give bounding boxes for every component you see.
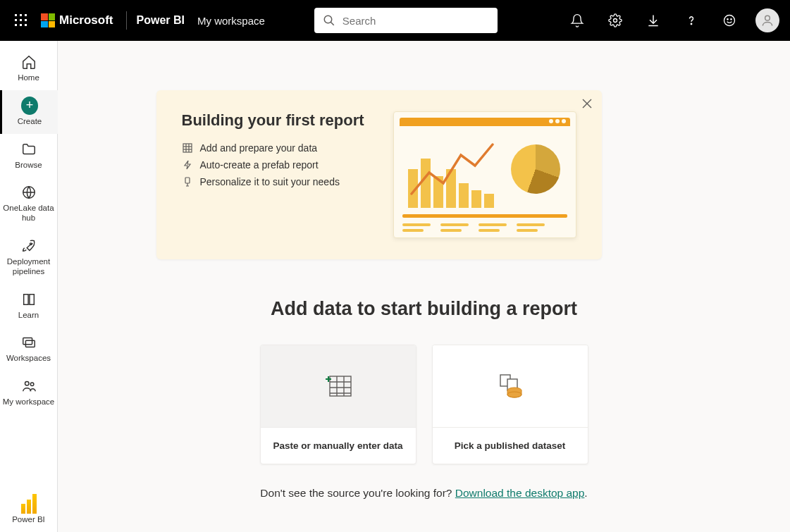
app-header: Microsoft Power BI My workspace — [0, 0, 790, 41]
svg-rect-3 — [15, 19, 17, 21]
waffle-icon — [15, 14, 27, 27]
download-icon — [646, 13, 660, 27]
footer-period: . — [584, 487, 587, 499]
nav-home[interactable]: Home — [0, 47, 58, 90]
nav-onelake[interactable]: OneLake data hub — [0, 177, 58, 230]
notifications-button[interactable] — [563, 6, 591, 35]
card-published-dataset[interactable]: Pick a published dataset — [432, 345, 588, 464]
table-icon — [182, 142, 193, 154]
download-desktop-link[interactable]: Download the desktop app — [455, 487, 585, 499]
svg-rect-19 — [23, 338, 32, 345]
smiley-icon — [722, 13, 736, 27]
nav-label: Workspaces — [6, 354, 51, 364]
people-icon — [20, 378, 37, 395]
home-icon — [20, 54, 37, 70]
svg-rect-6 — [15, 24, 17, 26]
lightning-icon — [182, 159, 193, 171]
help-button[interactable] — [677, 6, 705, 35]
footer-prompt: Don't see the source you're looking for? — [260, 487, 455, 499]
nav-my-workspace[interactable]: My workspace — [0, 371, 58, 414]
banner-close-button[interactable] — [582, 99, 592, 109]
banner-step-3: Personalize it to suit your needs — [182, 176, 372, 187]
svg-point-22 — [30, 383, 34, 386]
svg-rect-8 — [25, 24, 27, 26]
svg-rect-30 — [185, 178, 190, 183]
banner-step-1: Add and prepare your data — [182, 142, 372, 154]
gear-icon — [608, 13, 622, 27]
svg-rect-2 — [25, 14, 27, 16]
table-entry-icon — [323, 373, 354, 399]
plus-circle-icon: + — [21, 97, 38, 114]
microsoft-squares-icon — [41, 13, 55, 27]
rocket-icon — [20, 237, 37, 254]
banner-title: Building your first report — [182, 111, 372, 130]
nav-powerbi[interactable]: Power BI — [0, 488, 58, 532]
feedback-button[interactable] — [715, 6, 743, 35]
help-icon — [684, 13, 698, 27]
nav-learn[interactable]: Learn — [0, 284, 58, 328]
avatar — [755, 8, 779, 32]
banner-step-2: Auto-create a prefab report — [182, 159, 372, 171]
nav-label: Power BI — [12, 515, 45, 525]
workspaces-icon — [20, 334, 37, 351]
dataset-icon — [495, 372, 526, 400]
left-nav: Home + Create Browse OneLake data hub De… — [0, 41, 58, 532]
person-icon — [760, 13, 774, 27]
banner-illustration — [393, 111, 576, 238]
card-paste-data[interactable]: Paste or manually enter data — [260, 345, 416, 464]
folder-icon — [20, 141, 37, 158]
microsoft-logo: Microsoft — [41, 13, 113, 27]
first-report-banner: Building your first report Add and prepa… — [156, 90, 602, 259]
close-icon — [582, 99, 592, 109]
product-label[interactable]: Power BI — [137, 14, 185, 27]
svg-rect-4 — [20, 19, 22, 21]
account-button[interactable] — [753, 6, 782, 35]
nav-browse[interactable]: Browse — [0, 134, 58, 178]
personalize-icon — [182, 176, 193, 187]
breadcrumb[interactable]: My workspace — [197, 15, 265, 27]
powerbi-logo-icon — [20, 495, 37, 512]
nav-label: Browse — [15, 161, 42, 171]
nav-label: My workspace — [3, 397, 55, 407]
nav-label: Learn — [18, 311, 39, 321]
svg-point-12 — [691, 23, 691, 24]
card-label: Paste or manually enter data — [261, 427, 416, 464]
header-divider — [126, 11, 127, 30]
svg-point-15 — [731, 19, 732, 20]
search-icon — [323, 14, 335, 27]
app-launcher-button[interactable] — [8, 8, 34, 33]
step-text: Auto-create a prefab report — [200, 159, 319, 171]
settings-button[interactable] — [601, 6, 629, 35]
nav-label: OneLake data hub — [3, 204, 55, 223]
search-input[interactable] — [342, 15, 489, 27]
step-text: Personalize it to suit your needs — [200, 176, 340, 187]
svg-rect-25 — [183, 144, 192, 152]
nav-workspaces[interactable]: Workspaces — [0, 327, 58, 371]
bell-icon — [570, 13, 584, 27]
svg-point-21 — [25, 382, 29, 386]
svg-point-16 — [765, 16, 770, 20]
nav-label: Deployment pipelines — [3, 257, 55, 277]
nav-create[interactable]: + Create — [0, 90, 58, 134]
data-hub-icon — [20, 184, 37, 201]
download-button[interactable] — [639, 6, 667, 35]
nav-label: Home — [18, 73, 39, 83]
svg-point-13 — [724, 16, 735, 26]
brand-label: Microsoft — [59, 13, 113, 27]
main-content: Building your first report Add and prepa… — [58, 41, 790, 532]
svg-line-10 — [331, 22, 334, 25]
book-icon — [20, 291, 37, 308]
svg-point-9 — [324, 16, 332, 23]
search-box[interactable] — [314, 8, 498, 33]
svg-rect-0 — [15, 14, 17, 16]
svg-rect-7 — [20, 24, 22, 26]
section-heading: Add data to start building a report — [156, 298, 692, 320]
svg-rect-5 — [25, 19, 27, 21]
svg-rect-20 — [25, 341, 35, 347]
data-source-cards: Paste or manually enter data Pick a publ… — [156, 345, 692, 464]
nav-label: Create — [18, 117, 42, 127]
footer-text: Don't see the source you're looking for?… — [156, 487, 692, 500]
svg-point-14 — [727, 19, 728, 20]
nav-deployment-pipelines[interactable]: Deployment pipelines — [0, 230, 58, 284]
svg-rect-1 — [20, 14, 22, 16]
